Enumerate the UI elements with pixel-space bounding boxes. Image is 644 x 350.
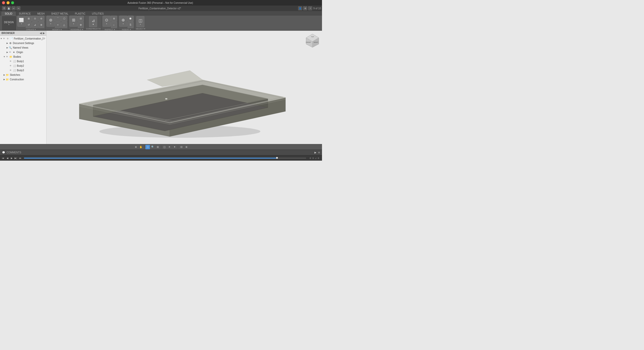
curvature-btn[interactable]: ⌣ — [111, 22, 117, 28]
expand-icon-construction[interactable]: ▶ — [3, 78, 6, 81]
chamfer-btn[interactable]: ⌗ — [55, 22, 61, 28]
tree-item-bodies[interactable]: ▼ 👁 📁 Bodies — [0, 54, 46, 59]
window-controls[interactable]: × − □ — [2, 1, 14, 4]
interference-btn[interactable]: ⊚ — [111, 16, 117, 22]
tab-plastic[interactable]: PLASTIC — [72, 12, 89, 16]
tab-surface[interactable]: SURFACE — [16, 12, 34, 16]
tree-item-named-views[interactable]: ▶ 🔍 Named Views — [0, 45, 46, 50]
rib-btn[interactable]: ⊖ — [38, 16, 44, 22]
zoom-all-btn[interactable]: ⊞ — [155, 145, 160, 149]
zoom-btn[interactable]: 🔍 — [150, 145, 155, 149]
nav-play-btn[interactable]: ▶ — [10, 156, 14, 160]
tree-item-body3[interactable]: 👁 ⬜ Body3 — [0, 68, 46, 73]
eye-icon-body1[interactable]: 👁 — [9, 60, 12, 63]
root-settings-btn[interactable]: ⚙ — [43, 37, 45, 40]
account-btn[interactable]: 👤 — [298, 6, 302, 10]
comments-btn[interactable]: ⊕ — [318, 151, 320, 154]
tab-sheet-metal[interactable]: SHEET METAL — [48, 12, 72, 16]
joint-btn[interactable]: ⊞ ▼ — [69, 16, 77, 27]
maximize-button[interactable]: □ — [11, 1, 14, 4]
shell-btn[interactable]: ⬡ — [61, 16, 67, 22]
expand-icon-views[interactable]: ▶ — [6, 46, 9, 49]
select-btn[interactable]: ◫ ▼ — [136, 16, 144, 27]
press-pull-btn[interactable]: ⊛ ▼ — [47, 16, 55, 27]
tree-item-sketches[interactable]: ▶ 📁 Sketches — [0, 73, 46, 77]
fillet-btn[interactable]: ⌒ — [55, 16, 61, 22]
visual-style-btn[interactable]: ◫ — [162, 145, 167, 149]
grid-btn[interactable]: ⊟ — [179, 145, 184, 149]
snap-btn[interactable]: ⊗ — [184, 145, 189, 149]
redo-btn[interactable]: ↪ — [16, 6, 20, 10]
root-label: Fertilizer_Contamination_Det... — [14, 37, 43, 40]
timeline-bar[interactable] — [24, 158, 306, 159]
eye-icon-body3[interactable]: 👁 — [9, 69, 12, 72]
expand-icon-bodies[interactable]: ▼ — [3, 55, 6, 58]
window-title: Autodesk Fusion 360 (Personal – Not for … — [14, 2, 306, 4]
nav-next-btn[interactable]: ▶| — [14, 156, 18, 160]
tree-item-body2[interactable]: 👁 ⬜ Body2 — [0, 63, 46, 68]
new-component-btn[interactable]: ⬜ ▼ — [17, 16, 25, 27]
eye-icon-root[interactable]: 👁 — [3, 37, 6, 40]
quick-access: ☰ 💾 ↩ ↪ — [1, 6, 21, 10]
tab-solid[interactable]: SOLID — [2, 12, 16, 16]
extrude-btn[interactable]: ⊞ — [26, 16, 32, 22]
pan-btn[interactable]: ✋ — [139, 145, 143, 149]
eye-icon-origin[interactable]: 👁 — [9, 51, 12, 54]
viewport[interactable]: TOP RIGHT FRONT — [47, 31, 322, 144]
help-btn[interactable]: ? — [308, 6, 312, 10]
browser-expand-btn[interactable]: ▶ — [43, 32, 45, 34]
tree-item-doc-settings[interactable]: ▶ ⚙ Document Settings — [0, 41, 46, 45]
nav-start-btn[interactable]: ⏮ — [1, 156, 5, 160]
design-dropdown[interactable]: DESIGN ▼ — [2, 16, 16, 30]
timeline-handle[interactable] — [276, 157, 278, 159]
nav-end-btn[interactable]: ⏭ — [18, 156, 22, 160]
eye-icon-body2[interactable]: 👁 — [9, 64, 12, 67]
as-built-joint-btn[interactable]: ⊟ — [78, 16, 84, 22]
nav-bar: ⏮ ◀ ▶ ▶| ⏭ ⊕ ⊗ ⊿ ⊕ — [0, 155, 322, 161]
view-cube[interactable]: TOP RIGHT FRONT — [305, 33, 320, 48]
doc-settings-label: Document Settings — [13, 42, 34, 45]
menu-bar: ☰ 💾 ↩ ↪ Fertilizer_Contamination_Detecto… — [0, 6, 322, 11]
motion-link-btn[interactable]: ⊕ — [78, 22, 84, 28]
draft-btn[interactable]: △ — [61, 22, 67, 28]
save-btn[interactable]: 💾 — [7, 6, 11, 10]
new-btn[interactable]: ☰ — [2, 6, 6, 10]
insert-svg-btn[interactable]: S — [128, 22, 134, 28]
tree-item-body1[interactable]: 👁 ⬜ Body1 — [0, 59, 46, 63]
settings-btn[interactable]: ⚙ — [303, 6, 307, 10]
undo-btn[interactable]: ↩ — [12, 6, 16, 10]
minimize-button[interactable]: − — [7, 1, 10, 4]
insert-mesh-btn[interactable]: ⬢ — [128, 16, 134, 22]
measure-btn[interactable]: ⊙ ▼ — [103, 16, 111, 27]
tree-item-construction[interactable]: ▶ 📁 Construction — [0, 77, 46, 82]
tab-mesh[interactable]: MESH — [34, 12, 48, 16]
sidebar: BROWSER ◀ ▶ ▼ 👁 ⚙ 📄 Fertilizer_Contamina… — [0, 31, 47, 144]
revolve-btn[interactable]: ↺ — [26, 22, 32, 28]
comments-expand[interactable]: ▶ — [314, 151, 316, 154]
nav-prev-btn[interactable]: ◀ — [5, 156, 9, 160]
display-settings-btn[interactable]: ⊡ — [145, 145, 150, 149]
tree-item-root[interactable]: ▼ 👁 ⚙ 📄 Fertilizer_Contamination_Det... … — [0, 36, 46, 41]
expand-icon-root[interactable]: ▼ — [0, 37, 3, 40]
web-btn[interactable]: ⊗ — [38, 22, 44, 28]
environment-btn[interactable]: ☀ — [167, 145, 172, 149]
expand-icon-origin[interactable]: ▶ — [6, 51, 9, 53]
offset-plane-btn[interactable]: ⊿ ▼ — [89, 16, 97, 27]
close-button[interactable]: × — [2, 1, 5, 4]
sketches-label: Sketches — [10, 74, 20, 76]
browser-collapse-btn[interactable]: ◀ — [40, 32, 42, 34]
inspect-label: INSPECT ▾ — [103, 28, 117, 31]
expand-icon-sketches[interactable]: ▶ — [3, 74, 6, 76]
sweep-btn[interactable]: ⊙ — [32, 16, 38, 22]
tree-item-origin[interactable]: ▶ 👁 ✦ Origin — [0, 50, 46, 54]
browser-label: BROWSER — [2, 32, 15, 34]
loft-btn[interactable]: ⊿ — [32, 22, 38, 28]
insert-derive-btn[interactable]: ⊕ ▼ — [119, 16, 127, 27]
expand-icon-doc[interactable]: ▶ — [6, 42, 9, 44]
effects-btn[interactable]: ✦ — [172, 145, 177, 149]
orbit-btn[interactable]: ⊕ — [134, 145, 138, 149]
tab-utilities[interactable]: UTILITIES — [89, 12, 107, 16]
eye-icon-bodies[interactable]: 👁 — [6, 55, 9, 58]
assemble-buttons: ⊞ ▼ ⊟ ⊕ — [69, 16, 84, 28]
settings-icon-root[interactable]: ⚙ — [6, 37, 9, 40]
